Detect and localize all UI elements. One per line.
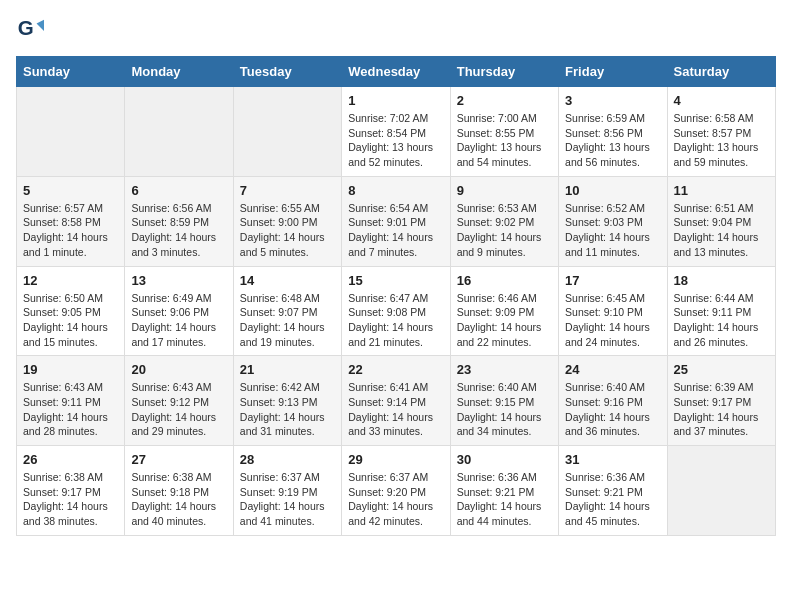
day-info: Sunrise: 6:38 AM Sunset: 9:17 PM Dayligh…	[23, 470, 118, 529]
logo-icon: G	[16, 16, 44, 44]
calendar-day-cell: 8Sunrise: 6:54 AM Sunset: 9:01 PM Daylig…	[342, 176, 450, 266]
day-info: Sunrise: 6:51 AM Sunset: 9:04 PM Dayligh…	[674, 201, 769, 260]
day-number: 6	[131, 183, 226, 198]
day-info: Sunrise: 6:56 AM Sunset: 8:59 PM Dayligh…	[131, 201, 226, 260]
svg-text:G: G	[18, 16, 34, 39]
day-info: Sunrise: 6:40 AM Sunset: 9:16 PM Dayligh…	[565, 380, 660, 439]
calendar-body: 1Sunrise: 7:02 AM Sunset: 8:54 PM Daylig…	[17, 87, 776, 536]
calendar-day-cell: 14Sunrise: 6:48 AM Sunset: 9:07 PM Dayli…	[233, 266, 341, 356]
day-info: Sunrise: 6:58 AM Sunset: 8:57 PM Dayligh…	[674, 111, 769, 170]
day-number: 15	[348, 273, 443, 288]
day-number: 3	[565, 93, 660, 108]
day-info: Sunrise: 7:02 AM Sunset: 8:54 PM Dayligh…	[348, 111, 443, 170]
calendar-day-cell: 26Sunrise: 6:38 AM Sunset: 9:17 PM Dayli…	[17, 446, 125, 536]
day-info: Sunrise: 6:45 AM Sunset: 9:10 PM Dayligh…	[565, 291, 660, 350]
weekday-header-row: SundayMondayTuesdayWednesdayThursdayFrid…	[17, 57, 776, 87]
calendar-day-cell: 12Sunrise: 6:50 AM Sunset: 9:05 PM Dayli…	[17, 266, 125, 356]
day-info: Sunrise: 6:49 AM Sunset: 9:06 PM Dayligh…	[131, 291, 226, 350]
day-info: Sunrise: 6:38 AM Sunset: 9:18 PM Dayligh…	[131, 470, 226, 529]
day-number: 1	[348, 93, 443, 108]
calendar-week-row: 26Sunrise: 6:38 AM Sunset: 9:17 PM Dayli…	[17, 446, 776, 536]
calendar-day-cell	[667, 446, 775, 536]
calendar-week-row: 1Sunrise: 7:02 AM Sunset: 8:54 PM Daylig…	[17, 87, 776, 177]
calendar-day-cell: 5Sunrise: 6:57 AM Sunset: 8:58 PM Daylig…	[17, 176, 125, 266]
calendar-day-cell	[125, 87, 233, 177]
day-info: Sunrise: 6:54 AM Sunset: 9:01 PM Dayligh…	[348, 201, 443, 260]
calendar-day-cell: 6Sunrise: 6:56 AM Sunset: 8:59 PM Daylig…	[125, 176, 233, 266]
calendar-day-cell: 20Sunrise: 6:43 AM Sunset: 9:12 PM Dayli…	[125, 356, 233, 446]
day-number: 27	[131, 452, 226, 467]
weekday-header-cell: Tuesday	[233, 57, 341, 87]
calendar-day-cell: 19Sunrise: 6:43 AM Sunset: 9:11 PM Dayli…	[17, 356, 125, 446]
day-info: Sunrise: 6:44 AM Sunset: 9:11 PM Dayligh…	[674, 291, 769, 350]
day-number: 25	[674, 362, 769, 377]
day-info: Sunrise: 6:43 AM Sunset: 9:11 PM Dayligh…	[23, 380, 118, 439]
day-number: 8	[348, 183, 443, 198]
day-number: 16	[457, 273, 552, 288]
day-number: 19	[23, 362, 118, 377]
day-info: Sunrise: 6:41 AM Sunset: 9:14 PM Dayligh…	[348, 380, 443, 439]
calendar-week-row: 5Sunrise: 6:57 AM Sunset: 8:58 PM Daylig…	[17, 176, 776, 266]
day-number: 24	[565, 362, 660, 377]
day-number: 23	[457, 362, 552, 377]
calendar-day-cell: 18Sunrise: 6:44 AM Sunset: 9:11 PM Dayli…	[667, 266, 775, 356]
day-number: 9	[457, 183, 552, 198]
day-info: Sunrise: 6:37 AM Sunset: 9:19 PM Dayligh…	[240, 470, 335, 529]
day-info: Sunrise: 6:40 AM Sunset: 9:15 PM Dayligh…	[457, 380, 552, 439]
calendar-header: SundayMondayTuesdayWednesdayThursdayFrid…	[17, 57, 776, 87]
day-info: Sunrise: 6:46 AM Sunset: 9:09 PM Dayligh…	[457, 291, 552, 350]
calendar-day-cell: 10Sunrise: 6:52 AM Sunset: 9:03 PM Dayli…	[559, 176, 667, 266]
day-info: Sunrise: 6:39 AM Sunset: 9:17 PM Dayligh…	[674, 380, 769, 439]
day-info: Sunrise: 6:53 AM Sunset: 9:02 PM Dayligh…	[457, 201, 552, 260]
svg-marker-1	[37, 20, 44, 31]
day-number: 13	[131, 273, 226, 288]
weekday-header-cell: Thursday	[450, 57, 558, 87]
day-number: 29	[348, 452, 443, 467]
weekday-header-cell: Friday	[559, 57, 667, 87]
calendar-day-cell: 11Sunrise: 6:51 AM Sunset: 9:04 PM Dayli…	[667, 176, 775, 266]
day-number: 18	[674, 273, 769, 288]
calendar-week-row: 12Sunrise: 6:50 AM Sunset: 9:05 PM Dayli…	[17, 266, 776, 356]
day-number: 2	[457, 93, 552, 108]
calendar-day-cell: 28Sunrise: 6:37 AM Sunset: 9:19 PM Dayli…	[233, 446, 341, 536]
calendar-day-cell: 22Sunrise: 6:41 AM Sunset: 9:14 PM Dayli…	[342, 356, 450, 446]
weekday-header-cell: Monday	[125, 57, 233, 87]
calendar-day-cell: 23Sunrise: 6:40 AM Sunset: 9:15 PM Dayli…	[450, 356, 558, 446]
day-number: 12	[23, 273, 118, 288]
day-info: Sunrise: 6:47 AM Sunset: 9:08 PM Dayligh…	[348, 291, 443, 350]
day-info: Sunrise: 6:50 AM Sunset: 9:05 PM Dayligh…	[23, 291, 118, 350]
weekday-header-cell: Saturday	[667, 57, 775, 87]
day-info: Sunrise: 6:43 AM Sunset: 9:12 PM Dayligh…	[131, 380, 226, 439]
day-info: Sunrise: 6:36 AM Sunset: 9:21 PM Dayligh…	[565, 470, 660, 529]
weekday-header-cell: Wednesday	[342, 57, 450, 87]
calendar-day-cell: 1Sunrise: 7:02 AM Sunset: 8:54 PM Daylig…	[342, 87, 450, 177]
calendar-day-cell: 21Sunrise: 6:42 AM Sunset: 9:13 PM Dayli…	[233, 356, 341, 446]
calendar-day-cell	[17, 87, 125, 177]
calendar-day-cell: 16Sunrise: 6:46 AM Sunset: 9:09 PM Dayli…	[450, 266, 558, 356]
calendar-day-cell: 9Sunrise: 6:53 AM Sunset: 9:02 PM Daylig…	[450, 176, 558, 266]
day-number: 14	[240, 273, 335, 288]
calendar-day-cell: 3Sunrise: 6:59 AM Sunset: 8:56 PM Daylig…	[559, 87, 667, 177]
calendar-day-cell: 24Sunrise: 6:40 AM Sunset: 9:16 PM Dayli…	[559, 356, 667, 446]
day-info: Sunrise: 7:00 AM Sunset: 8:55 PM Dayligh…	[457, 111, 552, 170]
day-number: 30	[457, 452, 552, 467]
calendar-day-cell: 29Sunrise: 6:37 AM Sunset: 9:20 PM Dayli…	[342, 446, 450, 536]
day-number: 4	[674, 93, 769, 108]
day-number: 22	[348, 362, 443, 377]
calendar-day-cell: 15Sunrise: 6:47 AM Sunset: 9:08 PM Dayli…	[342, 266, 450, 356]
day-number: 17	[565, 273, 660, 288]
calendar-table: SundayMondayTuesdayWednesdayThursdayFrid…	[16, 56, 776, 536]
day-info: Sunrise: 6:42 AM Sunset: 9:13 PM Dayligh…	[240, 380, 335, 439]
day-info: Sunrise: 6:55 AM Sunset: 9:00 PM Dayligh…	[240, 201, 335, 260]
day-info: Sunrise: 6:37 AM Sunset: 9:20 PM Dayligh…	[348, 470, 443, 529]
day-number: 20	[131, 362, 226, 377]
day-info: Sunrise: 6:36 AM Sunset: 9:21 PM Dayligh…	[457, 470, 552, 529]
day-number: 10	[565, 183, 660, 198]
day-info: Sunrise: 6:52 AM Sunset: 9:03 PM Dayligh…	[565, 201, 660, 260]
calendar-week-row: 19Sunrise: 6:43 AM Sunset: 9:11 PM Dayli…	[17, 356, 776, 446]
day-info: Sunrise: 6:57 AM Sunset: 8:58 PM Dayligh…	[23, 201, 118, 260]
calendar-day-cell: 30Sunrise: 6:36 AM Sunset: 9:21 PM Dayli…	[450, 446, 558, 536]
calendar-day-cell: 31Sunrise: 6:36 AM Sunset: 9:21 PM Dayli…	[559, 446, 667, 536]
weekday-header-cell: Sunday	[17, 57, 125, 87]
day-info: Sunrise: 6:59 AM Sunset: 8:56 PM Dayligh…	[565, 111, 660, 170]
